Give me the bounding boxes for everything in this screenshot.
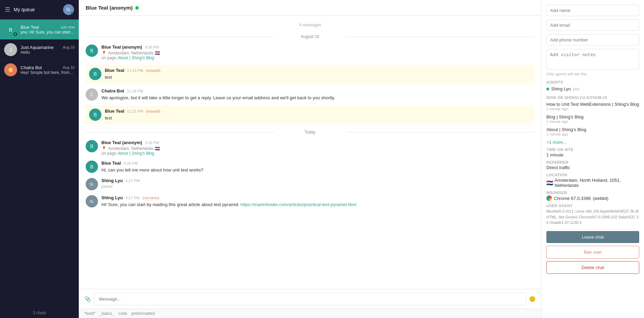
add-name-input[interactable] [546, 5, 639, 16]
msg-header: Chatra Bot 11:16 PM [101, 88, 534, 93]
sidebar-chat-item-just-aquamarine[interactable]: J Just Aquamarine Aug 10 Hello [0, 40, 79, 60]
page-visit-item: How to Unit Test WebExtensions | Shing's… [546, 102, 639, 111]
msg-header: Blue Teal (anonym) 9:36 PM [101, 44, 534, 50]
location-text: Amsterdam, North Holland, 1051, Netherla… [555, 178, 639, 188]
emoji-icon[interactable]: 🙂 [529, 296, 536, 302]
location-pin-icon: 📍 [101, 146, 107, 151]
preformatted-format-btn[interactable]: preformatted [131, 311, 154, 316]
browser-icon [546, 195, 552, 201]
chat-name-row: Blue Teal just now [21, 25, 75, 30]
location-pin-icon: 📍 [101, 51, 107, 55]
page-link[interactable]: About | Shing's Blog [117, 151, 154, 156]
chat-item-time: Aug 10 [63, 45, 75, 49]
date-divider: Today [86, 130, 534, 135]
italic-format-btn[interactable]: _italics_ [99, 311, 114, 316]
msg-body: Chatra Bot 11:16 PM We apologize, but it… [101, 88, 534, 101]
msg-location: 📍 Amsterdam, Netherlands 🇳🇱 [101, 146, 534, 151]
msg-status: (missed) [146, 68, 160, 73]
message-input-area: 📎 🙂 [79, 289, 541, 309]
browser-name: Chrome 67.0.3396 [554, 196, 591, 201]
user-online-dot [71, 12, 74, 15]
chat-online-indicator [135, 6, 139, 10]
message-group: C Chatra Bot 11:16 PM We apologize, but … [86, 88, 534, 101]
only-agents-note: Only agents will see this [546, 72, 639, 76]
chat-item-info: Blue Teal just now you: Hi! Sure, you ca… [21, 25, 75, 35]
add-notes-area[interactable] [546, 49, 639, 71]
msg-time: 9:36 PM [145, 45, 159, 49]
msg-text: test [105, 115, 531, 122]
time-on-site-row: TIME ON SITE 1 minute [546, 148, 639, 157]
hamburger-icon[interactable]: ☰ [5, 6, 10, 13]
msg-text: Hi, can you tell me more about how unit … [101, 167, 534, 174]
chats-count: 3 chats [0, 308, 79, 318]
page-visit-time: 1 minute ago [546, 132, 639, 136]
add-email-field[interactable] [546, 20, 639, 31]
code-format-btn[interactable]: code [118, 311, 127, 316]
leave-chat-button[interactable]: Leave chat [546, 231, 639, 243]
flag: 🇳🇱 [155, 51, 160, 55]
msg-header: Shing Lyu 4:27 PM [101, 178, 534, 183]
format-bar: *bold* _italics_ code preformatted [79, 309, 541, 318]
add-phone-field[interactable] [546, 34, 639, 46]
chat-item-preview: Hey! Simple bot here, from Chatra... [21, 70, 75, 75]
browser-extra: (webkit) [593, 196, 609, 201]
msg-avatar: SL [86, 195, 98, 207]
msg-avatar: B [86, 44, 98, 57]
chat-name-row: Just Aquamarine Aug 10 [21, 45, 75, 50]
user-avatar[interactable]: SL [63, 4, 74, 15]
msg-avatar: B [86, 140, 98, 152]
page-visit-title: Blog | Shing's Blog [546, 114, 639, 119]
sidebar-chat-item-chatra-bot[interactable]: ⭐ Chatra Bot Aug 10 Hey! Simple bot here… [0, 60, 79, 80]
time-on-site-value: 1 minute [546, 152, 639, 157]
flag: 🇳🇱 [155, 146, 160, 151]
location-row: LOCATION 🇳🇱 Amsterdam, North Holland, 10… [546, 173, 639, 188]
page-visit-title: About | Shing's Blog [546, 127, 639, 132]
more-pages-link[interactable]: +1 more... [546, 140, 639, 145]
add-name-field[interactable] [546, 5, 639, 16]
msg-time: 3:35 PM [145, 141, 159, 145]
ua-row: USER AGENT Mozilla/5.0 (X11; Linux x86_6… [546, 204, 639, 226]
bold-format-btn[interactable]: *bold* [84, 311, 95, 316]
msg-body: Shing Lyu 4:27 PM joined [101, 178, 534, 189]
ban-user-button[interactable]: Ban user [546, 246, 639, 258]
msg-body: Blue Teal 11:15 PM (missed) test [105, 68, 531, 81]
msg-sender: Blue Teal [101, 161, 121, 166]
msg-status: (missed) [146, 109, 160, 113]
msg-link[interactable]: https://martinfowler.com/articles/practi… [240, 202, 356, 207]
chat-list: B Blue Teal just now you: Hi! Sure, you … [0, 20, 79, 308]
add-notes-textarea[interactable] [546, 49, 639, 69]
agent-item: Shing Lyu you [546, 86, 639, 91]
chat-item-name: Blue Teal [21, 25, 39, 30]
chat-item-preview: Hello [21, 50, 75, 55]
referrer-row: REFERRER Direct traffic [546, 160, 639, 170]
messages-area: 4 messages August 10 B Blue Teal (anonym… [79, 16, 541, 289]
message-input[interactable] [94, 293, 526, 305]
sidebar-title: My queue [14, 7, 60, 12]
chat-item-time: Aug 10 [63, 65, 75, 69]
msg-sender: Shing Lyu [101, 195, 123, 200]
browser-row: BROWSER Chrome 67.0.3396 (webkit) [546, 191, 639, 201]
sidebar-chat-item-blue-teal[interactable]: B Blue Teal just now you: Hi! Sure, you … [0, 20, 79, 40]
message-group: B Blue Teal 11:15 PM (missed) test [86, 65, 534, 84]
msg-avatar: C [86, 88, 98, 101]
ua-value: Mozilla/5.0 (X11; Linux x86_64) AppleWeb… [546, 208, 639, 226]
location-label: LOCATION [546, 173, 639, 177]
msg-body: Blue Teal (anonym) 9:36 PM 📍 Amsterdam, … [101, 44, 534, 60]
referrer-value: Direct traffic [546, 165, 639, 170]
delete-chat-button[interactable]: Delete chat [546, 261, 639, 274]
chat-item-name: Just Aquamarine [21, 45, 54, 50]
now-on-label: NOW ON SHINGLYU.GITHUB.IO [546, 96, 639, 100]
pages-list: How to Unit Test WebExtensions | Shing's… [546, 102, 639, 136]
page-visit-item: Blog | Shing's Blog 1 minute ago [546, 114, 639, 124]
browser-value: Chrome 67.0.3396 (webkit) [546, 195, 639, 201]
page-link[interactable]: About | Shing's Blog [117, 55, 154, 60]
msg-time: 11:15 PM [127, 68, 143, 73]
agent-you-label: you [573, 87, 579, 91]
msg-avatar: B [86, 161, 98, 173]
message-group: B Blue Teal 11:21 PM (missed) test [86, 106, 534, 124]
add-email-input[interactable] [546, 20, 639, 31]
attachment-icon[interactable]: 📎 [84, 296, 91, 302]
time-on-site-label: TIME ON SITE [546, 148, 639, 152]
msg-header: Shing Lyu 4:27 PM (not seen) [101, 195, 534, 200]
add-phone-input[interactable] [546, 34, 639, 46]
